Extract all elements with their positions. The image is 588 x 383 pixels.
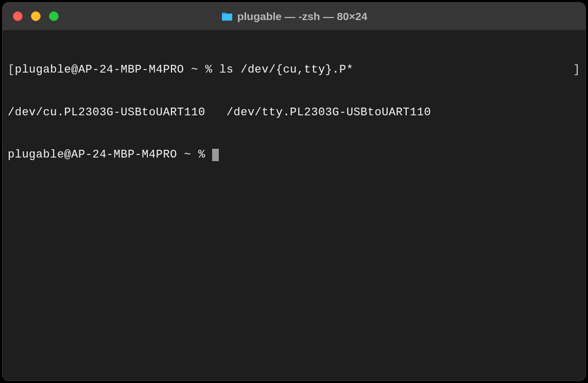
line1-left: [plugable@AP-24-MBP-M4PRO ~ % ls /dev/{c… [8,63,353,77]
zoom-button[interactable] [49,11,59,21]
terminal-line-1: [plugable@AP-24-MBP-M4PRO ~ % ls /dev/{c… [8,63,580,77]
close-button[interactable] [13,11,23,21]
minimize-button[interactable] [31,11,41,21]
window-title: plugable — -zsh — 80×24 [237,10,368,23]
shell-prompt-current: plugable@AP-24-MBP-M4PRO ~ % [8,148,212,162]
traffic-lights [3,11,59,21]
output-device-2: /dev/tty.PL2303G-USBtoUART110 [227,106,431,120]
shell-command: ls /dev/{cu,tty}.P* [219,63,353,76]
terminal-window: plugable — -zsh — 80×24 [plugable@AP-24-… [2,2,586,381]
svg-rect-0 [222,14,232,21]
output-gap [205,106,227,120]
bracket-open: [ [8,63,15,76]
bracket-close: ] [573,63,580,77]
shell-prompt: plugable@AP-24-MBP-M4PRO ~ % [15,63,219,76]
terminal-body[interactable]: [plugable@AP-24-MBP-M4PRO ~ % ls /dev/{c… [3,30,585,380]
terminal-line-3: plugable@AP-24-MBP-M4PRO ~ % [8,148,580,162]
terminal-line-2: /dev/cu.PL2303G-USBtoUART110 /dev/tty.PL… [8,106,580,120]
output-device-1: /dev/cu.PL2303G-USBtoUART110 [8,106,205,120]
title-content: plugable — -zsh — 80×24 [3,10,585,23]
folder-icon [221,11,233,22]
cursor-icon [212,149,219,161]
title-bar: plugable — -zsh — 80×24 [3,3,585,30]
